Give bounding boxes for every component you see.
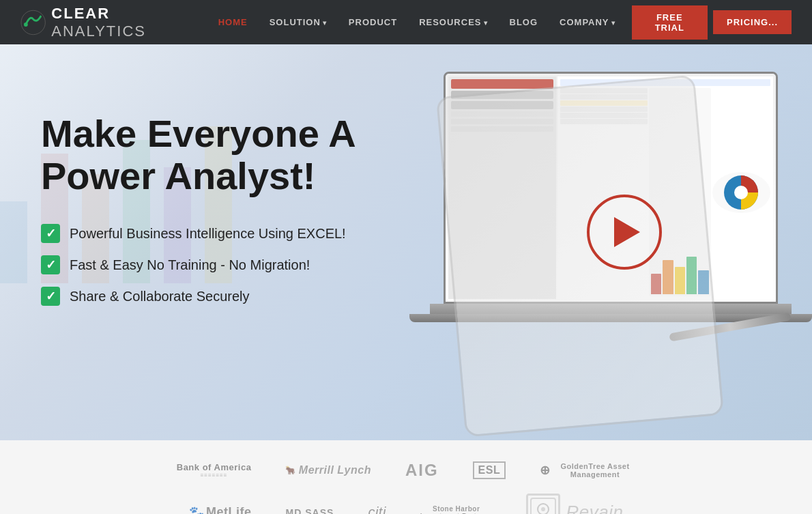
revain-text: Revain	[566, 502, 623, 514]
bullet-text-3: Share & Collaborate Securely	[70, 289, 249, 304]
hero-title: Make Everyone A Power Analyst!	[41, 113, 356, 197]
golden-tree-icon: ⊕	[540, 463, 551, 478]
nav-company[interactable]: COMPANY▾	[549, 2, 626, 42]
play-button[interactable]	[587, 195, 662, 270]
check-icon-2	[41, 255, 60, 274]
svg-rect-2	[0, 201, 27, 283]
svg-point-9	[734, 186, 748, 199]
logos-section: Bank of America ≡≡≡≡≡≡≡ 🐂 Merrill Lynch …	[0, 440, 812, 514]
logo-aig: AIG	[405, 461, 439, 480]
merrill-bull-icon: 🐂	[285, 466, 296, 475]
sidebar-item-1	[451, 79, 553, 89]
check-icon-1	[41, 224, 60, 243]
nav-blog[interactable]: BLOG	[499, 2, 549, 42]
merrill-lynch-text: Merrill Lynch	[299, 464, 371, 476]
logos-row-1: Bank of America ≡≡≡≡≡≡≡ 🐂 Merrill Lynch …	[27, 461, 785, 480]
logo-merrill-lynch: 🐂 Merrill Lynch	[285, 464, 371, 476]
nav-resources[interactable]: RESOURCES▾	[408, 2, 498, 42]
metlife-icon: 🐾	[189, 505, 205, 515]
free-trial-button[interactable]: FREE TRIAL	[632, 5, 708, 40]
revain-logo-svg	[530, 497, 557, 514]
nav-home[interactable]: HOME	[207, 2, 259, 42]
bullet-3: Share & Collaborate Securely	[41, 287, 356, 306]
logo-md-sass: MD SASS	[286, 507, 334, 515]
navbar: Clear Analytics HOME SOLUTION▾ PRODUCT R…	[0, 0, 812, 44]
hero-content: Make Everyone A Power Analyst! Powerful …	[41, 113, 356, 306]
bullet-2: Fast & Easy No Training - No Migration!	[41, 255, 356, 274]
svg-point-1	[24, 23, 28, 27]
play-triangle-icon	[614, 217, 640, 247]
logo-icon	[20, 10, 46, 35]
svg-point-0	[21, 10, 45, 34]
bank-of-america-flag: ≡≡≡≡≡≡≡	[201, 472, 228, 479]
check-icon-3	[41, 287, 60, 306]
hero-section: Make Everyone A Power Analyst! Powerful …	[0, 44, 812, 440]
bullet-1: Powerful Business Intelligence Using EXC…	[41, 224, 356, 243]
logo-metlife: 🐾 MetLife	[189, 505, 252, 515]
bullet-text-2: Fast & Easy No Training - No Migration!	[70, 257, 310, 273]
bank-of-america-name: Bank of America	[177, 462, 252, 472]
logo-link[interactable]: Clear Analytics	[20, 5, 207, 40]
nav-product[interactable]: PRODUCT	[338, 2, 408, 42]
pricing-button[interactable]: PRICING...	[713, 10, 792, 34]
logo-esl: ESL	[473, 461, 506, 479]
nav-solution[interactable]: SOLUTION▾	[259, 2, 338, 42]
tablet-bg-decoration	[436, 74, 724, 437]
logo-revain: Revain	[526, 494, 623, 514]
logos-row-2: 🐾 MetLife MD SASS citi Stone HarborInves…	[27, 494, 785, 514]
svg-rect-10	[531, 498, 555, 514]
pie-chart	[712, 172, 770, 213]
brand-name: Clear Analytics	[51, 5, 207, 40]
hero-bullets: Powerful Business Intelligence Using EXC…	[41, 224, 356, 306]
esl-text: ESL	[473, 461, 506, 479]
logo-citi: citi	[368, 504, 386, 514]
bullet-text-1: Powerful Business Intelligence Using EXC…	[70, 226, 346, 242]
logo-bank-of-america: Bank of America ≡≡≡≡≡≡≡	[177, 462, 252, 479]
nav-links: HOME SOLUTION▾ PRODUCT RESOURCES▾ BLOG C…	[207, 2, 792, 42]
revain-icon-shape	[526, 494, 560, 514]
logo-stone-harbor: Stone HarborInvestment Partners	[420, 505, 493, 515]
svg-point-12	[541, 507, 545, 511]
logo-golden-tree: ⊕ GoldenTree Asset Management	[540, 462, 635, 479]
